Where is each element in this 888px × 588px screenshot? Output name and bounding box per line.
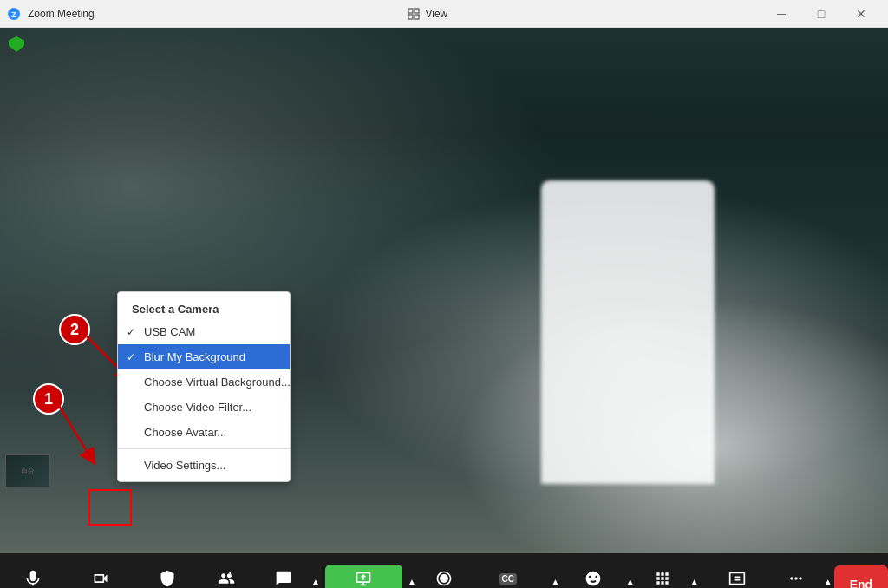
participants-icon: 1 [217, 570, 236, 587]
show-captions-button[interactable]: CC Show Captions [470, 568, 545, 589]
context-menu-header: Select a Camera [118, 296, 290, 319]
window-title: Zoom Meeting [28, 8, 95, 20]
mute-button[interactable]: Mute [10, 565, 56, 588]
check-icon: ✓ [127, 326, 135, 338]
preview-label: 自分 [21, 467, 35, 476]
titlebar: Z Zoom Meeting View ─ □ ✕ [0, 0, 888, 28]
titlebar-left: Z Zoom Meeting [7, 7, 95, 21]
menu-item-usb-cam[interactable]: ✓ USB CAM [118, 319, 290, 344]
end-button[interactable]: End [834, 565, 888, 588]
cc-badge: CC [500, 573, 517, 585]
security-button[interactable]: Security [143, 565, 192, 588]
menu-item-blur-background[interactable]: ✓ Blur My Background [118, 344, 290, 369]
context-menu: Select a Camera ✓ USB CAM ✓ Blur My Back… [117, 291, 291, 482]
apps-icon [654, 570, 671, 587]
stop-video-button[interactable]: Stop Video [71, 565, 131, 588]
menu-item-label: Choose Avatar... [144, 426, 226, 439]
titlebar-right: View [408, 8, 447, 20]
reactions-icon [584, 570, 602, 587]
menu-item-label: Video Settings... [144, 459, 225, 472]
chat-button[interactable]: Chat [261, 565, 306, 588]
toolbar-center: Security 1 Participants Chat ▲ [143, 565, 834, 588]
video-area: 2 1 Select a Camera ✓ USB CAM ✓ [0, 28, 888, 553]
apps-arrow[interactable]: ▲ [689, 577, 701, 586]
menu-item-label: USB CAM [144, 325, 195, 338]
whiteboards-button[interactable]: Whiteboards [704, 565, 770, 588]
toolbar: Mute ▲ Stop Video ▲ [0, 553, 888, 588]
participants-button[interactable]: 1 Participants [195, 565, 258, 588]
svg-rect-3 [415, 9, 419, 13]
share-icon [354, 570, 373, 587]
minimize-button[interactable]: ─ [761, 0, 801, 28]
more-arrow[interactable]: ▲ [822, 577, 834, 586]
svg-rect-5 [415, 15, 419, 19]
menu-divider [118, 448, 290, 449]
record-button[interactable]: Record [421, 565, 467, 588]
more-icon [787, 570, 805, 587]
check-icon: ✓ [127, 351, 135, 363]
video-content [541, 180, 715, 484]
captions-arrow[interactable]: ▲ [549, 577, 561, 586]
menu-item-label: Choose Video Filter... [144, 401, 251, 414]
zoom-icon: Z [7, 7, 21, 21]
apps-button[interactable]: Apps [640, 565, 685, 588]
svg-point-11 [440, 574, 448, 583]
reactions-button[interactable]: Reactions [565, 565, 620, 588]
arrow-1-svg [48, 397, 108, 467]
reactions-arrow[interactable]: ▲ [624, 577, 637, 586]
svg-rect-2 [408, 9, 413, 13]
menu-item-label: Blur My Background [144, 350, 245, 363]
share-screen-button[interactable]: Share Screen [325, 565, 402, 588]
preview-content: 自分 [6, 455, 49, 487]
self-preview: 自分 [5, 454, 50, 487]
svg-line-9 [56, 402, 91, 458]
captions-icon: CC [500, 573, 517, 585]
menu-item-avatar[interactable]: Choose Avatar... [118, 420, 290, 445]
menu-item-label: Choose Virtual Background... [144, 376, 291, 389]
menu-item-virtual-background[interactable]: Choose Virtual Background... [118, 369, 290, 395]
view-icon [408, 8, 420, 20]
menu-item-video-settings[interactable]: Video Settings... [118, 453, 290, 478]
record-icon [435, 570, 453, 587]
security-icon [159, 570, 176, 587]
video-icon [91, 570, 110, 587]
view-label: View [425, 8, 447, 20]
svg-rect-4 [408, 15, 413, 19]
share-arrow[interactable]: ▲ [406, 577, 418, 586]
more-button[interactable]: More [774, 565, 819, 588]
toolbar-left: Mute ▲ Stop Video ▲ [10, 565, 143, 588]
chat-arrow[interactable]: ▲ [310, 577, 322, 586]
menu-item-video-filter[interactable]: Choose Video Filter... [118, 395, 290, 420]
security-shield-icon [9, 36, 24, 52]
window-controls: ─ □ ✕ [761, 0, 881, 28]
whiteboards-icon [728, 570, 747, 587]
maximize-button[interactable]: □ [801, 0, 841, 28]
svg-text:1: 1 [228, 572, 232, 578]
mute-icon [24, 570, 42, 587]
svg-text:Z: Z [11, 10, 16, 19]
chat-icon [275, 570, 292, 587]
close-button[interactable]: ✕ [841, 0, 881, 28]
toolbar-right: End [834, 565, 888, 588]
